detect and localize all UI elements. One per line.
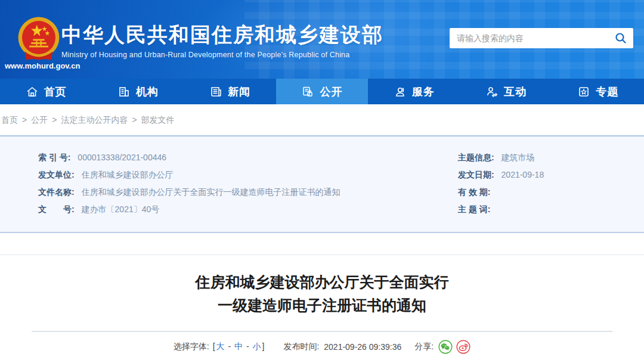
topics-icon <box>577 85 590 98</box>
info-label: 主题信息: <box>458 153 494 162</box>
search-box <box>450 28 633 48</box>
info-value: 住房和城乡建设部办公厅 <box>82 170 174 179</box>
nav-label: 首页 <box>44 85 67 99</box>
dash: - <box>226 342 233 351</box>
nav-label: 服务 <box>412 85 435 99</box>
info-value: 建筑市场 <box>501 153 535 162</box>
nav-item-service[interactable]: 服务 <box>368 79 460 104</box>
service-icon <box>394 85 407 98</box>
info-row-file-name: 文件名称: 住房和城乡建设部办公厅关于全面实行一级建造师电子注册证书的通知 <box>38 184 458 201</box>
nav-item-organization[interactable]: 机构 <box>92 79 184 104</box>
share-label: 分享: <box>414 342 434 352</box>
info-label: 主 题 词: <box>458 204 490 214</box>
interaction-icon <box>485 85 499 98</box>
site-header: www.mohurd.gov.cn 中华人民共和国住房和城乡建设部 Minist… <box>0 0 644 79</box>
nav-item-news[interactable]: 新闻 <box>184 79 276 104</box>
site-subtitle: Ministry of Housing and Urban-Rural Deve… <box>61 51 383 59</box>
nav-item-interaction[interactable]: 互动 <box>460 79 552 104</box>
info-label: 发文日期: <box>458 170 494 179</box>
info-row-keywords: 主 题 词: <box>458 201 644 218</box>
font-size-small[interactable]: 小 <box>253 342 261 351</box>
info-label: 发文单位: <box>38 170 75 179</box>
info-column-left: 索 引 号: 000013338/2021-00446 发文单位: 住房和城乡建… <box>0 149 458 232</box>
dash: - <box>244 342 251 351</box>
weibo-share-icon[interactable] <box>456 340 470 354</box>
search-input[interactable] <box>457 33 614 43</box>
search-icon[interactable] <box>614 32 627 45</box>
organization-icon <box>117 85 131 98</box>
wechat-share-icon[interactable] <box>438 340 453 354</box>
breadcrumb-ministry-documents[interactable]: 部发文件 <box>141 115 175 125</box>
font-size-medium[interactable]: 中 <box>234 342 243 351</box>
info-column-right: 主题信息: 建筑市场 发文日期: 2021-09-18 有 效 期: 主 题 词… <box>458 149 644 232</box>
info-value: 建办市〔2021〕40号 <box>82 204 160 214</box>
info-value: 000013338/2021-00446 <box>78 153 166 162</box>
national-emblem-icon <box>14 16 63 64</box>
bracket: [ <box>213 342 215 351</box>
main-nav: 首页 机构 新闻 公开 服务 互动 专题 <box>0 79 644 104</box>
document-meta-bar: 选择字体: [大 - 中 - 小] 发布时间: 2021-09-26 09:39… <box>0 340 644 354</box>
info-row-issuing-unit: 发文单位: 住房和城乡建设部办公厅 <box>38 166 458 184</box>
bracket: ] <box>262 342 265 351</box>
info-value: 2021-09-18 <box>501 170 544 179</box>
publish-time-value: 2021-09-26 09:39:36 <box>324 342 401 352</box>
document-title-line2: 一级建造师电子注册证书的通知 <box>0 294 644 317</box>
nav-label: 互动 <box>504 85 527 99</box>
font-size-large[interactable]: 大 <box>216 342 225 351</box>
site-url: www.mohurd.gov.cn <box>5 61 80 70</box>
breadcrumb-separator: > <box>52 115 57 125</box>
breadcrumb-separator: > <box>132 115 137 125</box>
nav-item-topics[interactable]: 专题 <box>552 79 644 104</box>
info-row-document-number: 文 号: 建办市〔2021〕40号 <box>38 201 458 218</box>
info-value: 住房和城乡建设部办公厅关于全面实行一级建造师电子注册证书的通知 <box>82 187 340 197</box>
info-row-validity: 有 效 期: <box>458 184 644 201</box>
info-row-index-number: 索 引 号: 000013338/2021-00446 <box>38 149 458 166</box>
font-size-selector: [大 - 中 - 小] <box>213 342 265 352</box>
document-content-area: 住房和城乡建设部办公厅关于全面实行 一级建造师电子注册证书的通知 选择字体: [… <box>0 255 644 354</box>
info-label: 文 号: <box>38 204 75 214</box>
document-title: 住房和城乡建设部办公厅关于全面实行 一级建造师电子注册证书的通知 <box>0 271 644 317</box>
breadcrumb-disclosure[interactable]: 公开 <box>31 115 48 125</box>
info-label: 有 效 期: <box>458 187 490 197</box>
info-row-topic-info: 主题信息: 建筑市场 <box>458 149 644 166</box>
document-info-panel: 索 引 号: 000013338/2021-00446 发文单位: 住房和城乡建… <box>0 135 644 233</box>
title-divider <box>32 331 612 332</box>
nav-label: 公开 <box>320 85 342 99</box>
publish-time-label: 发布时间: <box>283 342 319 352</box>
nav-label: 新闻 <box>228 85 250 99</box>
disclosure-icon <box>301 85 314 98</box>
breadcrumb-separator: > <box>22 115 27 125</box>
font-select-label: 选择字体: <box>174 342 209 352</box>
info-row-issue-date: 发文日期: 2021-09-18 <box>458 166 644 184</box>
nav-label: 专题 <box>596 85 618 99</box>
info-label: 文件名称: <box>38 187 75 197</box>
share-buttons <box>438 340 470 354</box>
home-icon <box>26 85 39 98</box>
nav-label: 机构 <box>136 85 159 99</box>
nav-item-disclosure[interactable]: 公开 <box>276 79 368 104</box>
news-icon <box>209 85 222 98</box>
site-title: 中华人民共和国住房和城乡建设部 <box>61 23 383 46</box>
site-title-block: 中华人民共和国住房和城乡建设部 Ministry of Housing and … <box>61 23 383 59</box>
breadcrumb-statutory-disclosure[interactable]: 法定主动公开内容 <box>61 115 128 125</box>
document-title-line1: 住房和城乡建设部办公厅关于全面实行 <box>0 271 644 294</box>
info-label: 索 引 号: <box>38 153 70 162</box>
breadcrumb: 首页>公开>法定主动公开内容>部发文件 <box>0 104 644 135</box>
nav-item-home[interactable]: 首页 <box>0 79 92 104</box>
breadcrumb-home[interactable]: 首页 <box>1 115 18 125</box>
